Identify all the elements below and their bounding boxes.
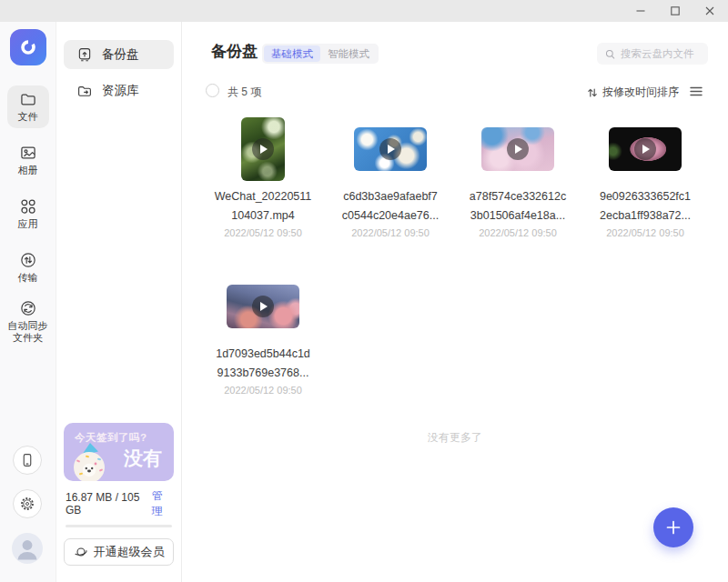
file-card[interactable]: 9e0926333652fc1 2ecba1ff938a72... 2022/0… [581,116,709,238]
library-item-label: 资源库 [102,83,139,99]
file-name: 9e0926333652fc1 2ecba1ff938a72... [600,187,691,226]
super-vip-planet-icon [74,545,88,559]
user-avatar[interactable] [12,533,43,564]
transfer-icon [19,251,37,269]
video-thumbnail [481,127,554,171]
nav-ribbon: 文件 相册 应用 传输 自动同步文件夹 [0,22,56,582]
maximize-button[interactable] [668,4,682,18]
play-icon [507,138,529,160]
titlebar [0,0,728,22]
sidebar-item-label: 传输 [7,272,49,284]
sidebar-item-albums[interactable]: 相册 [7,139,49,182]
file-date: 2022/05/12 09:50 [479,227,557,238]
sort-control[interactable]: 按修改时间排序 [587,85,679,100]
file-card[interactable]: c6d3b3ae9afaebf7 c0544c20e4ae76... 2022/… [327,116,454,238]
file-card[interactable]: WeChat_20220511 104037.mp4 2022/05/12 09… [199,116,327,238]
search-box[interactable] [597,43,708,65]
sidebar-item-transfer[interactable]: 传输 [7,246,49,289]
search-input[interactable] [621,48,701,59]
close-icon [704,5,715,16]
sync-icon [19,299,37,317]
folder-icon [19,90,37,108]
list-view-icon [690,86,703,96]
library-sidebar: 备份盘 资源库 今天签到了吗? 没有 [56,22,182,582]
phone-icon [19,452,35,468]
sort-arrows-icon [587,87,598,98]
page-title: 备份盘 [211,41,258,62]
sign-in-promo-card[interactable]: 今天签到了吗? 没有 [64,423,174,481]
storage-progress-bar [66,525,172,527]
view-toggle-button[interactable] [690,86,703,96]
file-name: c6d3b3ae9afaebf7 c0544c20e4ae76... [342,187,439,226]
mode-switcher: 基础模式 智能模式 [262,44,379,64]
tab-smart-mode[interactable]: 智能模式 [320,45,377,62]
select-all-checkbox[interactable] [206,84,219,97]
video-thumbnail [227,285,299,328]
sidebar-item-auto-sync[interactable]: 自动同步文件夹 [7,295,49,349]
sidebar-item-files[interactable]: 文件 [7,85,49,128]
file-name: 1d7093ed5b44c1d 9133b769e3768... [216,345,310,383]
file-grid: WeChat_20220511 104037.mp4 2022/05/12 09… [199,116,709,431]
add-file-fab[interactable] [653,507,693,547]
video-thumbnail [609,127,682,171]
library-item-label: 备份盘 [102,46,139,63]
sidebar-item-label: 应用 [7,218,49,230]
apps-icon [19,197,37,216]
maximize-icon [670,5,681,16]
storage-usage: 16.87 MB / 105 GB [66,491,152,517]
phone-connect-button[interactable] [13,446,42,475]
plus-icon [664,518,682,537]
weiyun-logo [10,29,46,65]
play-icon [252,138,274,160]
app-window: 文件 相册 应用 传输 自动同步文件夹 [0,0,728,582]
photo-icon [19,144,37,162]
settings-gear-icon [19,496,35,512]
backup-drive-icon [76,46,93,63]
file-date: 2022/05/12 09:50 [606,227,684,238]
file-name: a78f574ce332612c 3b01506af4e18a... [470,187,566,226]
minimize-button[interactable] [633,4,648,18]
search-icon [604,48,616,60]
no-more-label: 没有更多了 [182,430,728,446]
sidebar-item-apps[interactable]: 应用 [7,193,49,236]
tab-basic-mode[interactable]: 基础模式 [264,45,320,62]
video-thumbnail [354,127,427,171]
play-icon [252,296,274,317]
shared-folder-icon [76,83,93,99]
minimize-icon [635,5,646,16]
sort-label: 按修改时间排序 [602,85,679,100]
sidebar-item-label: 自动同步文件夹 [7,320,49,344]
library-item-resources[interactable]: 资源库 [64,76,174,105]
item-count-label: 共 5 项 [228,85,261,100]
play-icon [379,138,401,160]
sidebar-item-label: 文件 [7,111,49,123]
settings-button[interactable] [13,489,42,518]
upgrade-vip-label: 开通超级会员 [94,544,165,560]
ribbon-bottom-group [0,446,55,564]
video-thumbnail [241,117,285,181]
sidebar-item-label: 相册 [7,165,49,176]
main-content: 备份盘 基础模式 智能模式 共 5 项 按修改时间排序 [182,22,728,582]
file-name: WeChat_20220511 104037.mp4 [215,187,312,226]
file-date: 2022/05/12 09:50 [224,385,302,396]
file-date: 2022/05/12 09:50 [351,227,430,238]
seal-party-hat-mascot [67,441,116,481]
close-button[interactable] [703,4,717,18]
play-icon [634,138,656,160]
file-card[interactable]: 1d7093ed5b44c1d 9133b769e3768... 2022/05… [199,274,327,396]
file-date: 2022/05/12 09:50 [224,227,302,238]
library-bottom: 今天签到了吗? 没有 16.87 MB [64,423,174,566]
file-card[interactable]: a78f574ce332612c 3b01506af4e18a... 2022/… [454,116,581,238]
upgrade-vip-button[interactable]: 开通超级会员 [64,538,174,566]
promo-answer: 没有 [124,446,162,471]
storage-manage-link[interactable]: 管理 [152,488,172,519]
library-item-backup-drive[interactable]: 备份盘 [64,40,174,69]
